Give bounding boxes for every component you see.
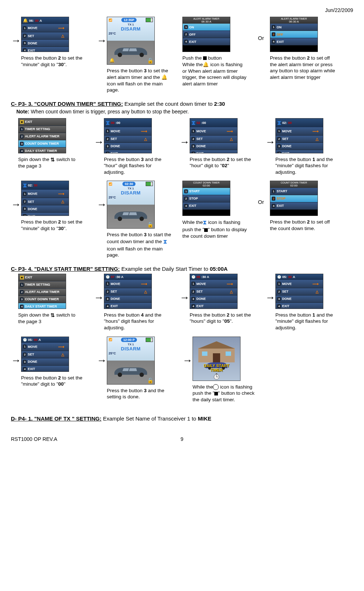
lock-icon: 🔓 [147,378,152,383]
menu-item-stop: 2 STOP [270,195,318,202]
step-alert-4: ALERT ALARM TIMER06:30 A 1 ON 2 OFF 4 EX… [270,17,343,80]
phone-screen: ⧗ 02:30 1 MOVE ⟶ 2 SET △ 3 DONE 4 EXIT [21,181,69,216]
menu-item: 1 MOVE ⟶ [190,127,237,136]
menu-item-on: 1 ON [270,24,318,31]
footer-doc-id: RST1000 OP REV.A [11,436,57,442]
car-graphic [111,207,151,222]
scroll-icon: ⇅ [50,312,55,319]
step-c3-2-4: COUNT DOWN TIMER02:00 1 START 2 STOP 4 E… [270,181,343,232]
step-desc: Press the button 2 to set off the alert … [270,55,335,80]
phone-screen: 🕐 05:00 A 1 MOVE ⟶ 2 SET △ 3 DONE 4 EXIT [21,337,69,372]
step-desc: Press the button 4 and the "hours" digit… [104,312,169,331]
phone-screen: COUNT DOWN TIMER02:00 1 START 2 STOP 4 E… [270,181,318,216]
menu-item: 1 MOVE ⟶ [190,280,237,288]
step-c3-1-3: ⧗ 02:00 1 MOVE ⟶ 2 SET △ 3 DONE 4 EXIT P… [190,118,262,169]
phone-screen: ■ EXIT 1 TIMER SETTING 2 ALERT ALARM TIM… [18,274,66,309]
menu-item: 4 EXIT [21,366,69,372]
hourglass-icon: ⧗ [163,238,167,246]
hourglass-icon: ⧗ [106,120,110,126]
svg-point-5 [139,373,144,377]
row-c4-1: ■ EXIT 1 TIMER SETTING 2 ALERT ALARM TIM… [11,274,353,331]
menu-item: 1 TIMER SETTING [19,126,66,133]
arrow-icon: → [11,199,18,210]
header-date: Jun/22/2009 [11,7,353,13]
menu-item: 4 EXIT [190,150,237,153]
signal-icon: 📶 [109,338,112,341]
step-desc: Press the button 2 to set off the count … [270,219,335,232]
step-c4-2-1: 🕐 05:00 A 1 MOVE ⟶ 2 SET △ 3 DONE 4 EXIT… [21,337,94,387]
time-display: 12:35P [121,18,136,22]
menu-header: COUNT DOWN TIMER02:00 [270,181,318,188]
menu-item: 3 DONE [190,143,237,150]
signal-icon: 📶 [109,19,112,22]
battery-icon [146,18,153,22]
step-alert-2: 📶 12:35P TX 1 DISARM 25°C 🔔 🔓 Press the … [107,17,179,93]
step-alert-1: 🔔 06:30 A 1 MOVE ⟶ 2 SET △ 3 DONE 4 EXIT… [21,17,94,68]
menu-item: 4 EXIT [21,47,69,52]
time-display: 02:30 [122,182,135,186]
menu-header-exit: ■ EXIT [19,274,66,281]
menu-header: 🕐 05:30 A [276,274,323,280]
clock-icon [213,384,219,390]
menu-header: ⧗ 00:00 [104,118,151,127]
svg-rect-14 [216,373,217,374]
menu-item: 4 EXIT [190,303,237,309]
clock-icon: 🕐 [23,338,27,342]
menu-item: 3 DONE [276,296,323,303]
arrow-icon: → [94,292,101,303]
arrow-icon: → [179,292,187,303]
step-desc: Press the button 2 to set the "hours" di… [190,312,255,325]
hourglass-icon: ⧗ [191,120,195,126]
menu-header: ALERT ALARM TIMER06:30 A [183,17,230,24]
menu-item: 1 MOVE ⟶ [276,280,323,288]
note-line: Note: When count down timer is trigger, … [16,109,353,114]
row-c3-2: → ⧗ 02:30 1 MOVE ⟶ 2 SET △ 3 DONE 4 EXIT… [11,181,353,258]
menu-item: 2 SET △ [104,288,151,296]
menu-item: 1 MOVE ⟶ [21,24,69,32]
menu-item: 3 DONE [104,296,151,303]
step-desc: While the⧗ icon is flashing push the "" … [182,219,248,239]
hourglass-icon: ⧗ [277,120,281,126]
menu-item: 2 SET △ [276,136,323,143]
step-desc: Press the button 1 and the "minute" digi… [275,312,341,331]
menu-item: 2 SET △ [21,32,69,40]
arrow-icon: → [97,199,104,210]
menu-item: 2 SET △ [276,288,323,296]
stopwatch-icon [213,373,220,380]
menu-header: ⧗ 02:00 [190,118,237,127]
result-screen: DAILY STARTTIMER [193,337,240,381]
step-desc: While the icon is flashing push the "" b… [193,384,258,403]
main-page-screen: 📶 12:35P TX 1 DISARM 25°C 🔔 🔓 [107,17,155,65]
menu-header: ⧗ 02:30 [21,181,69,190]
phone-screen: 🕐 05:30 A 1 MOVE ⟶ 2 SET △ 3 DONE 4 EXIT [190,274,238,309]
svg-point-4 [118,373,122,377]
phone-screen: ■ EXIT 1 TIMER SETTING 2 ALERT ALARM TIM… [18,118,66,153]
lock-icon: 🔓 [147,222,152,227]
phone-screen: ALERT ALARM TIMER06:30 A 1 ON 2 OFF 4 EX… [182,17,230,52]
menu-item: 2 ALERT ALARM TIMER [19,133,66,140]
tx-label: TX 1 [107,187,154,190]
menu-item-on: 1 ON [183,24,230,31]
phone-screen: 🔔 06:30 A 1 MOVE ⟶ 2 SET △ 3 DONE 4 EXIT [21,17,69,52]
arrow-icon: → [11,35,18,47]
section-heading-c4: C- P3- 4. "DAILY START TIMER" SETTING: E… [11,266,353,272]
svg-point-2 [118,217,122,221]
phone-screen: 🕐 05:30 A 1 MOVE ⟶ 2 SET △ 3 DONE 4 EXIT [275,274,323,309]
disarm-label: DISARM [107,190,154,196]
step-desc: Press the button 2 to set the "minute" d… [21,375,86,387]
row-c3-1: ■ EXIT 1 TIMER SETTING 2 ALERT ALARM TIM… [11,118,353,176]
arrow-icon: → [94,136,101,148]
menu-item-start: 1 START [183,188,230,195]
arrow-icon: → [265,136,272,148]
menu-item-stop: 2 STOP [183,195,230,202]
menu-item: 1 MOVE ⟶ [104,127,151,136]
or-label: Or [258,35,267,41]
arrow-icon: → [179,136,187,148]
step-c3-2-3: COUNT DOWN TIMER02:00 1 START 2 STOP 4 E… [182,181,255,239]
step-c4-1-2: 🕐 07:30 A 1 MOVE ⟶ 2 SET △ 3 DONE 4 EXIT… [104,274,177,331]
svg-point-1 [139,53,144,57]
step-desc: Press the button 1 and the "minute" digi… [275,156,341,176]
step-desc: Press the button 2 to set the "hour" dig… [190,156,255,169]
menu-item: 4 DAILY START TIMER [19,303,66,309]
menu-item: 3 COUNT DOWN TIMER [19,296,66,303]
